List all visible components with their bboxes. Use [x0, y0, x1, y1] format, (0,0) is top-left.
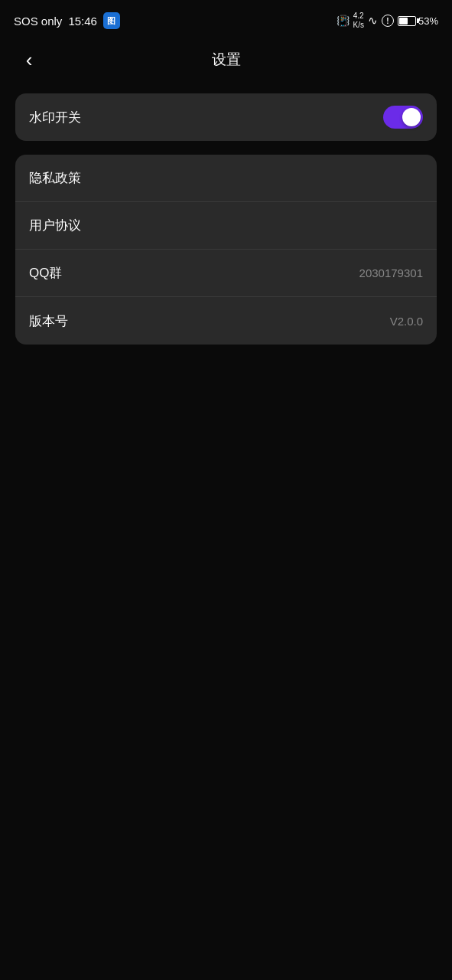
- network-speed: 4.2 K/s: [353, 11, 364, 30]
- warning-icon: !: [382, 15, 394, 27]
- toggle-row: 水印开关: [29, 93, 423, 141]
- status-right: 📳 4.2 K/s ∿ ! 53%: [337, 11, 438, 30]
- version-value: V2.0.0: [390, 315, 423, 328]
- sos-text: SOS only: [14, 15, 62, 28]
- privacy-policy-label: 隐私政策: [29, 169, 81, 187]
- network-speed-value: 4.2 K/s: [353, 11, 364, 30]
- toggle-card: 水印开关: [15, 93, 437, 141]
- wifi-icon: ∿: [368, 14, 378, 28]
- vibrate-icon: 📳: [337, 15, 350, 27]
- app-icon: 图: [103, 12, 120, 29]
- list-card: 隐私政策 用户协议 QQ群 2030179301 版本号 V2.0.0: [15, 155, 437, 345]
- watermark-toggle-label: 水印开关: [29, 109, 81, 126]
- qq-group-item[interactable]: QQ群 2030179301: [15, 250, 437, 297]
- watermark-toggle[interactable]: [383, 106, 423, 129]
- battery-fill: [399, 18, 408, 24]
- page-title: 设置: [212, 50, 241, 70]
- privacy-policy-item[interactable]: 隐私政策: [15, 155, 437, 202]
- user-agreement-item[interactable]: 用户协议: [15, 202, 437, 250]
- toggle-knob: [402, 108, 421, 126]
- settings-content: 水印开关 隐私政策 用户协议 QQ群 2030179301 版本号 V2.0.0: [0, 81, 452, 357]
- nav-header: ‹ 设置: [0, 38, 452, 81]
- qq-group-label: QQ群: [29, 264, 62, 282]
- user-agreement-label: 用户协议: [29, 217, 81, 234]
- back-icon: ‹: [26, 50, 33, 70]
- back-button[interactable]: ‹: [15, 46, 43, 74]
- battery: 53%: [398, 15, 438, 27]
- version-item[interactable]: 版本号 V2.0.0: [15, 297, 437, 345]
- status-left: SOS only 15:46 图: [14, 12, 120, 29]
- status-time: 15:46: [68, 15, 97, 28]
- status-bar: SOS only 15:46 图 📳 4.2 K/s ∿ ! 53%: [0, 0, 452, 38]
- battery-percent: 53%: [418, 15, 438, 27]
- battery-icon: [398, 16, 416, 26]
- version-label: 版本号: [29, 312, 68, 330]
- qq-group-value: 2030179301: [359, 266, 423, 279]
